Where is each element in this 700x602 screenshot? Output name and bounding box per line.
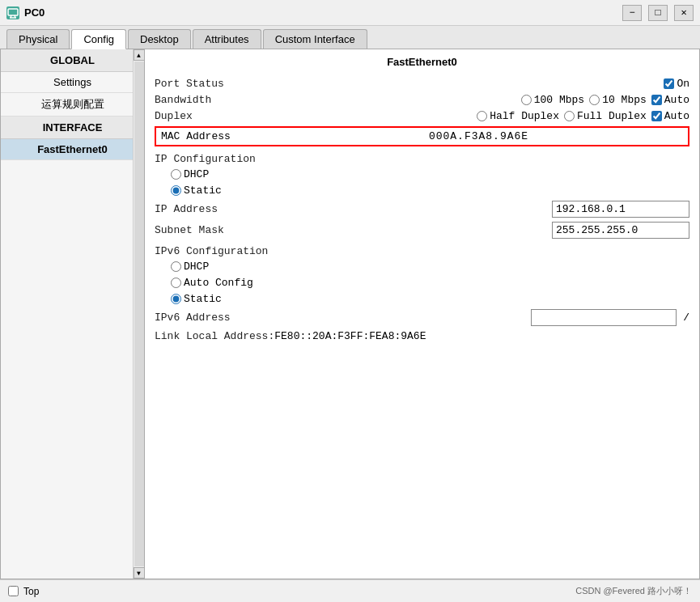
bandwidth-100mbps-label[interactable]: 100 Mbps — [521, 94, 584, 106]
bandwidth-10mbps-text: 10 Mbps — [602, 94, 647, 106]
duplex-controls: Half Duplex Full Duplex Auto — [268, 110, 689, 122]
ip-dhcp-text: DHCP — [184, 168, 209, 180]
ipv6-dhcp-label[interactable]: DHCP — [171, 261, 209, 273]
maximize-button[interactable]: □ — [648, 5, 668, 21]
title-bar: PC0 − □ ✕ — [0, 0, 700, 26]
port-status-checkbox[interactable] — [664, 78, 674, 89]
tab-config[interactable]: Config — [71, 29, 126, 49]
mac-address-label: MAC Address — [161, 130, 274, 142]
subnet-mask-label: Subnet Mask — [155, 224, 268, 236]
tab-desktop[interactable]: Desktop — [128, 29, 191, 49]
ip-static-label[interactable]: Static — [171, 184, 222, 197]
mac-address-row: MAC Address 000A.F3A8.9A6E — [155, 126, 689, 146]
duplex-auto-label[interactable]: Auto — [651, 110, 689, 122]
duplex-half-text: Half Duplex — [490, 110, 559, 122]
bandwidth-10mbps-label[interactable]: 10 Mbps — [589, 94, 647, 106]
bandwidth-auto-checkbox[interactable] — [651, 95, 662, 105]
ipv6-address-row: IPv6 Address / — [155, 309, 689, 326]
duplex-full-label[interactable]: Full Duplex — [564, 110, 647, 122]
bandwidth-10mbps-radio[interactable] — [589, 95, 600, 105]
duplex-full-text: Full Duplex — [577, 110, 647, 122]
sidebar-global-title: GLOBAL — [1, 49, 144, 72]
tab-physical[interactable]: Physical — [6, 29, 70, 49]
bandwidth-100mbps-text: 100 Mbps — [534, 94, 584, 106]
bandwidth-label: Bandwidth — [155, 94, 268, 106]
svg-rect-0 — [8, 9, 18, 15]
bandwidth-controls: 100 Mbps 10 Mbps Auto — [268, 94, 689, 106]
duplex-half-radio[interactable] — [477, 111, 487, 121]
sidebar-item-settings[interactable]: Settings — [1, 72, 144, 93]
ipv6-autoconfig-text: Auto Config — [184, 277, 253, 289]
bandwidth-row: Bandwidth 100 Mbps 10 Mbps Auto — [155, 94, 689, 106]
ipv6-config-header: IPv6 Configuration — [155, 245, 689, 257]
duplex-half-label[interactable]: Half Duplex — [477, 110, 559, 122]
sidebar-interface-title: INTERFACE — [1, 117, 144, 139]
window-controls: − □ ✕ — [622, 5, 694, 21]
watermark: CSDN @Fevered 路小小呀！ — [575, 585, 692, 597]
tabs-row: Physical Config Desktop Attributes Custo… — [0, 26, 700, 49]
bandwidth-100mbps-radio[interactable] — [521, 95, 532, 105]
app-icon — [6, 6, 19, 19]
ip-static-row: Static — [155, 184, 689, 197]
duplex-auto-text: Auto — [664, 110, 689, 122]
subnet-mask-input[interactable] — [552, 222, 689, 239]
port-status-on-text: On — [677, 78, 689, 90]
scroll-track — [134, 61, 144, 566]
ipv6-dhcp-radio[interactable] — [171, 261, 181, 272]
ip-static-text: Static — [184, 184, 222, 197]
scroll-up-arrow[interactable]: ▲ — [134, 49, 145, 61]
title-bar-left: PC0 — [6, 6, 45, 19]
link-local-label: Link Local Address: — [155, 330, 274, 342]
ipv6-address-label: IPv6 Address — [155, 312, 268, 324]
ip-static-radio[interactable] — [171, 185, 181, 196]
sidebar-item-rules[interactable]: 运算规则配置 — [1, 93, 144, 117]
close-button[interactable]: ✕ — [674, 5, 694, 21]
link-local-value: FE80::20A:F3FF:FEA8:9A6E — [274, 330, 426, 342]
link-local-row: Link Local Address: FE80::20A:F3FF:FEA8:… — [155, 330, 689, 342]
port-status-on-label[interactable]: On — [664, 78, 689, 90]
config-section-title: FastEthernet0 — [155, 56, 689, 71]
ip-dhcp-label[interactable]: DHCP — [171, 168, 209, 180]
ip-address-controls — [268, 201, 689, 218]
minimize-button[interactable]: − — [622, 5, 642, 21]
ip-dhcp-radio[interactable] — [171, 169, 181, 180]
ipv6-static-row: Static — [155, 293, 689, 305]
ipv6-dhcp-row: DHCP — [155, 261, 689, 273]
duplex-row: Duplex Half Duplex Full Duplex Auto — [155, 110, 689, 122]
bottom-bar: Top CSDN @Fevered 路小小呀！ — [0, 579, 700, 602]
main-content: GLOBAL Settings 运算规则配置 INTERFACE FastEth… — [0, 49, 700, 579]
scroll-down-arrow[interactable]: ▼ — [134, 567, 145, 579]
ipv6-static-text: Static — [184, 293, 222, 305]
top-label: Top — [23, 586, 39, 597]
duplex-label: Duplex — [155, 110, 268, 122]
bandwidth-auto-text: Auto — [664, 94, 689, 106]
sidebar-scrollbar[interactable]: ▲ ▼ — [133, 49, 144, 579]
port-status-row: Port Status On — [155, 78, 689, 90]
port-status-label: Port Status — [155, 78, 268, 90]
bandwidth-auto-label[interactable]: Auto — [651, 94, 689, 106]
mac-address-value: 000A.F3A8.9A6E — [274, 130, 683, 142]
tab-custom-interface[interactable]: Custom Interface — [263, 29, 367, 49]
ipv6-slash: / — [683, 312, 689, 324]
ipv6-autoconfig-radio[interactable] — [171, 278, 181, 288]
ipv6-dhcp-text: DHCP — [184, 261, 209, 273]
sidebar: GLOBAL Settings 运算规则配置 INTERFACE FastEth… — [1, 49, 145, 579]
window-title: PC0 — [24, 6, 45, 19]
ipv6-autoconfig-label[interactable]: Auto Config — [171, 277, 253, 289]
ip-address-label: IP Address — [155, 203, 268, 215]
duplex-auto-checkbox[interactable] — [651, 111, 662, 121]
sidebar-item-fastethernet[interactable]: FastEthernet0 — [1, 139, 144, 160]
tab-attributes[interactable]: Attributes — [193, 29, 261, 49]
ip-config-header: IP Configuration — [155, 153, 689, 165]
ip-dhcp-row: DHCP — [155, 168, 689, 180]
ip-address-input[interactable] — [552, 201, 689, 218]
subnet-mask-row: Subnet Mask — [155, 222, 689, 239]
ip-address-row: IP Address — [155, 201, 689, 218]
ipv6-address-controls: / — [268, 309, 689, 326]
duplex-full-radio[interactable] — [564, 111, 575, 121]
top-checkbox[interactable] — [8, 586, 19, 596]
ipv6-static-label[interactable]: Static — [171, 293, 222, 305]
config-panel: FastEthernet0 Port Status On Bandwidth 1… — [145, 49, 699, 579]
ipv6-static-radio[interactable] — [171, 294, 181, 304]
ipv6-address-input[interactable] — [531, 309, 677, 326]
